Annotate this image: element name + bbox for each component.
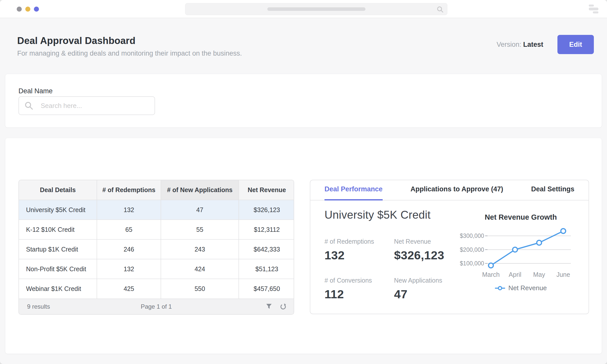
legend-marker-icon (495, 286, 505, 290)
svg-text:$200,000: $200,000 (460, 246, 484, 253)
svg-text:April: April (509, 271, 521, 278)
deals-table: Deal Details # of Redemptions # of New A… (18, 180, 294, 315)
net-revenue-line-chart: $100,000$200,000$300,000MarchAprilMayJun… (460, 224, 581, 280)
stat-conversions: # of Conversions 112 (324, 277, 394, 301)
window-menu-icon[interactable] (589, 5, 599, 14)
new-applications-cell: 47 (161, 200, 239, 220)
redemptions-cell: 132 (97, 200, 161, 220)
page-subtitle: For managing & editing deals and monitor… (17, 50, 242, 57)
net-revenue-cell: $457,650 (239, 279, 294, 299)
deal-name-cell: University $5K Credit (19, 200, 97, 220)
tab-deal-settings[interactable]: Deal Settings (531, 179, 574, 200)
deal-name-cell: Webinar $1K Credit (19, 279, 97, 299)
edit-button[interactable]: Edit (557, 35, 594, 54)
net-revenue-cell: $51,123 (239, 259, 294, 279)
svg-text:June: June (556, 271, 570, 278)
deal-name-cell: Startup $1K Credit (19, 239, 97, 259)
redemptions-cell: 425 (97, 279, 161, 299)
window-control-zoom-icon[interactable] (34, 7, 39, 12)
url-text-redacted (267, 7, 365, 11)
url-bar[interactable] (185, 3, 447, 15)
table-column-header[interactable]: Deal Details (19, 180, 97, 200)
pagination-label: Page 1 of 1 (141, 303, 172, 310)
main-panel: Deal Details # of Redemptions # of New A… (5, 138, 602, 354)
search-icon (25, 101, 33, 110)
table-header-row: Deal Details # of Redemptions # of New A… (19, 180, 294, 200)
deal-detail-panel: Deal Performance Applications to Approve… (310, 180, 589, 314)
results-count: 9 results (27, 303, 50, 310)
page-header: Deal Approval Dashboard For managing & e… (0, 18, 607, 74)
browser-chrome (0, 0, 607, 18)
redemptions-cell: 65 (97, 220, 161, 239)
detail-tabs: Deal Performance Applications to Approve… (310, 180, 589, 200)
svg-text:March: March (482, 271, 500, 278)
table-row[interactable]: Non-Profit $5K Credit 132 424 $51,123 (19, 259, 294, 279)
table-column-header[interactable]: # of Redemptions (97, 180, 161, 200)
net-revenue-cell: $642,333 (239, 239, 294, 259)
deal-heading: University $5K Credit (324, 209, 431, 221)
svg-text:$300,000: $300,000 (460, 233, 484, 239)
window-control-minimize-icon[interactable] (25, 7, 30, 12)
deal-name-cell: K-12 $10K Credit (19, 220, 97, 239)
tab-applications-to-approve[interactable]: Applications to Approve (47) (410, 179, 503, 200)
new-applications-cell: 55 (161, 220, 239, 239)
table-column-header[interactable]: # of New Applications (161, 180, 239, 200)
redemptions-cell: 246 (97, 239, 161, 259)
version-indicator: Version: Latest (496, 41, 543, 49)
table-row[interactable]: K-12 $10K Credit 65 55 $12,3112 (19, 220, 294, 239)
search-panel: Deal Name (5, 74, 602, 128)
chart-legend: Net Revenue (495, 284, 547, 292)
svg-text:May: May (533, 271, 545, 278)
table-row[interactable]: University $5K Credit 132 47 $326,123 (19, 200, 294, 220)
deal-name-label: Deal Name (18, 87, 53, 95)
legend-label: Net Revenue (508, 284, 547, 292)
deal-name-cell: Non-Profit $5K Credit (19, 259, 97, 279)
net-revenue-cell: $12,3112 (239, 220, 294, 239)
redemptions-cell: 132 (97, 259, 161, 279)
new-applications-cell: 550 (161, 279, 239, 299)
chart-title: Net Revenue Growth (485, 213, 557, 221)
svg-text:$100,000: $100,000 (460, 260, 484, 267)
window-controls (17, 7, 39, 12)
net-revenue-cell: $326,123 (239, 200, 294, 220)
refresh-icon[interactable] (280, 303, 287, 310)
deal-stats: # of Redemptions 132 Net Revenue $326,12… (324, 238, 478, 301)
table-row[interactable]: Webinar $1K Credit 425 550 $457,650 (19, 279, 294, 299)
stat-redemptions: # of Redemptions 132 (324, 238, 394, 262)
app-window: Deal Approval Dashboard For managing & e… (0, 0, 607, 364)
table-row[interactable]: Startup $1K Credit 246 243 $642,333 (19, 239, 294, 259)
url-search-icon (437, 6, 444, 13)
version-value: Latest (523, 41, 543, 48)
new-applications-cell: 424 (161, 259, 239, 279)
filter-icon[interactable] (266, 303, 272, 310)
search-input[interactable] (18, 96, 155, 115)
tab-deal-performance[interactable]: Deal Performance (324, 179, 383, 200)
window-control-close-icon[interactable] (17, 7, 22, 12)
table-footer: 9 results Page 1 of 1 (19, 299, 294, 314)
table-column-header[interactable]: Net Revenue (239, 180, 294, 200)
new-applications-cell: 243 (161, 239, 239, 259)
page-title: Deal Approval Dashboard (17, 35, 136, 46)
net-revenue-chart-block: Net Revenue Growth $100,000$200,000$300,… (460, 213, 581, 292)
